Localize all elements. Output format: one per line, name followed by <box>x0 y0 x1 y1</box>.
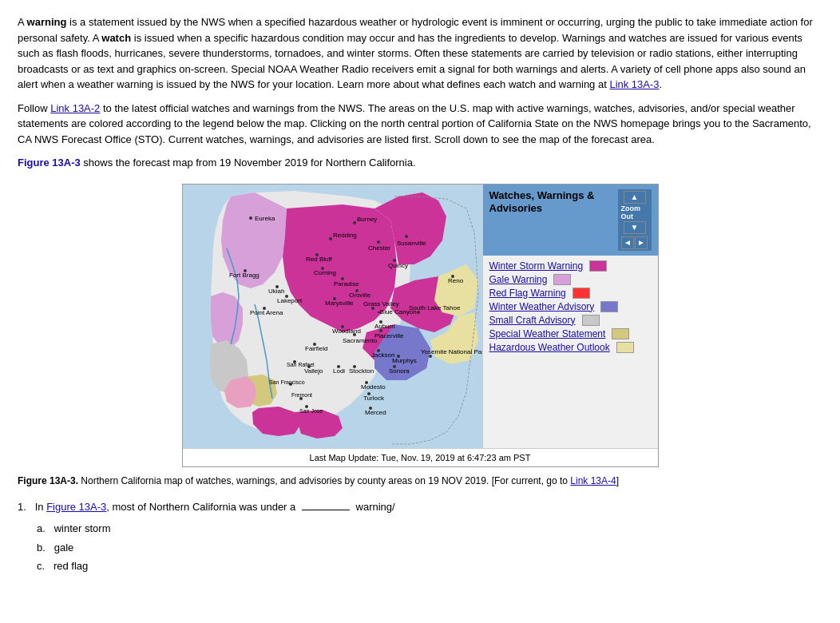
svg-text:South Lake Tahoe: South Lake Tahoe <box>409 304 461 312</box>
legend-header: Watches, Warnings & Advisories ▲ Zoom Ou… <box>483 185 658 256</box>
legend-color-red-flag <box>573 288 590 299</box>
legend-panel: Watches, Warnings & Advisories ▲ Zoom Ou… <box>482 185 658 448</box>
svg-text:Marysville: Marysville <box>325 300 354 307</box>
legend-winter-storm-link[interactable]: Winter Storm Warning <box>489 260 584 272</box>
svg-text:Eureka: Eureka <box>255 215 275 222</box>
legend-winter-weather-link[interactable]: Winter Weather Advisory <box>489 301 595 312</box>
intro-paragraph-1: A warning is a statement issued by the N… <box>18 14 822 93</box>
legend-item-small-craft: Small Craft Advisory <box>489 315 652 326</box>
legend-item-special-weather: Special Weather Statement <box>489 328 652 339</box>
pan-left-button[interactable]: ◄ <box>621 236 634 249</box>
figure-intro-text: Figure 13A-3 shows the forecast map from… <box>18 155 822 171</box>
legend-title: Watches, Warnings & Advisories <box>489 189 618 216</box>
svg-text:Corning: Corning <box>314 269 336 276</box>
figure-caption-text: Northern California map of watches, warn… <box>78 475 570 486</box>
svg-text:Yosemite National Park: Yosemite National Park <box>421 348 482 355</box>
legend-item-hazardous: Hazardous Weather Outlook <box>489 342 652 353</box>
svg-text:Burney: Burney <box>357 216 377 223</box>
legend-hazardous-link[interactable]: Hazardous Weather Outlook <box>489 342 610 353</box>
answer-blank[interactable] <box>302 510 350 510</box>
map-update-caption: Last Map Update: Tue, Nov. 19, 2019 at 6… <box>183 448 658 466</box>
figure-intro-suffix: shows the forecast map from 19 November … <box>81 157 416 169</box>
svg-text:Vallejo: Vallejo <box>304 367 323 375</box>
svg-text:Murphys: Murphys <box>392 357 417 364</box>
svg-text:Turlock: Turlock <box>363 395 385 402</box>
svg-text:Redding: Redding <box>333 232 357 239</box>
svg-point-22 <box>377 240 380 244</box>
legend-items: Winter Storm Warning Gale Warning Red Fl… <box>483 256 658 448</box>
legend-item-winter-storm: Winter Storm Warning <box>489 260 652 272</box>
figure-13a-3-link-intro[interactable]: Figure 13A-3 <box>18 157 81 169</box>
zoom-out-button[interactable]: ▼ <box>624 221 646 234</box>
figure-caption-end: ] <box>616 475 619 486</box>
legend-red-flag-link[interactable]: Red Flag Warning <box>489 288 566 299</box>
legend-item-red-flag: Red Flag Warning <box>489 288 652 299</box>
svg-text:Point Arena: Point Arena <box>250 309 283 316</box>
zoom-out-label: Zoom Out <box>621 204 648 220</box>
legend-color-special-weather <box>612 328 629 339</box>
svg-text:Red Bluff: Red Bluff <box>306 256 333 263</box>
svg-point-24 <box>405 235 408 238</box>
svg-text:Sacramento: Sacramento <box>343 337 378 344</box>
legend-color-winter-weather <box>600 301 618 312</box>
svg-point-20 <box>329 237 332 240</box>
svg-text:Quincy: Quincy <box>388 262 408 269</box>
figure-caption-bold: Figure 13A-3. <box>18 475 78 486</box>
svg-text:San Jose: San Jose <box>299 408 323 414</box>
svg-point-16 <box>249 216 252 220</box>
figure-caption: Figure 13A-3. Northern California map of… <box>18 474 822 488</box>
svg-text:San Francisco: San Francisco <box>269 379 305 385</box>
svg-text:Fairfield: Fairfield <box>305 345 327 352</box>
legend-gale-link[interactable]: Gale Warning <box>489 274 548 285</box>
svg-text:Grass Valley: Grass Valley <box>363 300 399 308</box>
legend-item-winter-weather: Winter Weather Advisory <box>489 301 652 312</box>
svg-point-57 <box>353 333 356 336</box>
link-13a-4[interactable]: Link 13A-4 <box>570 475 616 486</box>
answer-option-c: c. red flag <box>37 558 822 574</box>
svg-text:Chester: Chester <box>368 244 390 252</box>
map-inner: Eureka Burney Redding Chester Susanville <box>183 185 658 448</box>
watch-bold: watch <box>101 32 131 44</box>
svg-text:Lakeport: Lakeport <box>277 297 303 304</box>
svg-text:Stockton: Stockton <box>349 367 374 375</box>
question-number: 1. <box>18 501 26 513</box>
answer-option-a: a. winter storm <box>37 521 822 537</box>
legend-color-hazardous <box>616 342 634 353</box>
warning-bold: warning <box>27 16 67 28</box>
legend-color-gale <box>553 274 571 285</box>
map-svg: Eureka Burney Redding Chester Susanville <box>183 185 482 448</box>
svg-text:Lodi: Lodi <box>333 367 345 375</box>
legend-small-craft-link[interactable]: Small Craft Advisory <box>489 315 576 326</box>
svg-text:Reno: Reno <box>448 277 464 284</box>
svg-point-18 <box>353 221 356 224</box>
svg-text:Modesto: Modesto <box>361 383 386 391</box>
svg-text:Paradise: Paradise <box>334 280 359 288</box>
intro-paragraph-2: Follow Link 13A-2 to the latest official… <box>18 101 822 148</box>
svg-text:Oroville: Oroville <box>349 292 371 299</box>
map-image-area: Eureka Burney Redding Chester Susanville <box>183 185 482 448</box>
legend-item-gale: Gale Warning <box>489 274 652 285</box>
svg-text:Auburn: Auburn <box>374 323 395 330</box>
svg-text:Jackson: Jackson <box>371 351 394 359</box>
legend-color-small-craft <box>582 315 600 326</box>
link-13a-2[interactable]: Link 13A-2 <box>50 102 100 114</box>
svg-text:Ukiah: Ukiah <box>268 288 284 295</box>
svg-text:Placerville: Placerville <box>374 332 404 339</box>
map-wrapper: Eureka Burney Redding Chester Susanville <box>182 184 659 467</box>
svg-text:Susanville: Susanville <box>397 240 426 247</box>
zoom-in-button[interactable]: ▲ <box>624 191 646 204</box>
figure-13a-3-question-link[interactable]: Figure 13A-3 <box>46 501 106 513</box>
link-13a-3[interactable]: Link 13A-3 <box>609 78 659 90</box>
svg-text:Fort Bragg: Fort Bragg <box>229 272 260 279</box>
zoom-controls[interactable]: ▲ Zoom Out ▼ ◄ ► <box>618 189 652 251</box>
svg-text:Sonora: Sonora <box>389 367 410 375</box>
answer-option-b: b. gale <box>37 540 822 556</box>
legend-special-weather-link[interactable]: Special Weather Statement <box>489 328 606 339</box>
pan-right-button[interactable]: ► <box>635 236 648 249</box>
question-1: 1. In Figure 13A-3, most of Northern Cal… <box>18 499 822 515</box>
figure-container: Eureka Burney Redding Chester Susanville <box>18 184 822 467</box>
svg-text:Fremont: Fremont <box>291 392 312 398</box>
question-section: 1. In Figure 13A-3, most of Northern Cal… <box>18 499 822 574</box>
svg-text:Woodland: Woodland <box>332 327 361 335</box>
svg-text:Merced: Merced <box>365 409 386 416</box>
